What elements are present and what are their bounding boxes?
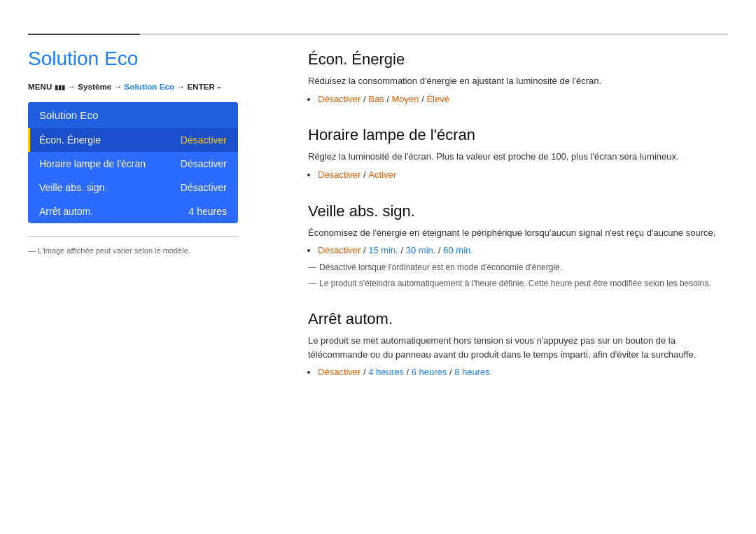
section-econ-energie: Écon. Énergie Réduisez la consommation d…: [308, 50, 728, 106]
menu-item-label: Veille abs. sign.: [39, 182, 107, 193]
section-options-econ: Désactiver / Bas / Moyen / Élevé: [308, 92, 728, 107]
section-horaire: Horaire lampe de l'écran Réglez la lumin…: [308, 126, 728, 182]
page-title: Solution Eco: [28, 48, 280, 70]
menu-item-value: Désactiver: [181, 134, 227, 146]
right-column: Écon. Énergie Réduisez la consommation d…: [308, 48, 728, 400]
menu-item-veille[interactable]: Veille abs. sign. Désactiver: [28, 176, 238, 199]
section-desc-horaire: Réglez la luminosité de l'écran. Plus la…: [308, 150, 728, 164]
note-veille-1: Désactivé lorsque l'ordinateur est en mo…: [308, 261, 728, 274]
menu-item-value: Désactiver: [181, 158, 227, 169]
section-title-horaire: Horaire lampe de l'écran: [308, 126, 728, 144]
menu-box: Solution Eco Écon. Énergie Désactiver Ho…: [28, 102, 238, 223]
section-desc-arret: Le produit se met automatiquement hors t…: [308, 334, 728, 361]
section-veille: Veille abs. sign. Économisez de l'énergi…: [308, 202, 728, 291]
section-options-horaire: Désactiver / Activer: [308, 168, 728, 183]
menu-item-label: Écon. Énergie: [39, 134, 101, 146]
menu-item-label: Arrêt autom.: [39, 206, 93, 217]
menu-item-econ[interactable]: Écon. Énergie Désactiver: [28, 128, 238, 152]
note-veille-2: Le produit s'éteindra automatiquement à …: [308, 277, 728, 290]
section-desc-veille: Économisez de l'énergie en éteignant le …: [308, 226, 728, 240]
image-note: — L'image affichée peut varier selon le …: [28, 246, 280, 255]
section-desc-econ: Réduisez la consommation d'énergie en aj…: [308, 74, 728, 88]
section-options-veille: Désactiver / 15 min. / 30 min. / 60 min.: [308, 244, 728, 258]
section-arret: Arrêt autom. Le produit se met automatiq…: [308, 310, 728, 380]
menu-box-header: Solution Eco: [28, 102, 238, 128]
menu-item-label: Horaire lampe de l'écran: [39, 158, 146, 169]
menu-bottom-divider: [28, 236, 238, 237]
menu-item-value: Désactiver: [181, 182, 227, 193]
menu-item-horaire[interactable]: Horaire lampe de l'écran Désactiver: [28, 152, 238, 176]
menu-item-arret[interactable]: Arrêt autom. 4 heures: [28, 199, 238, 223]
menu-item-value: 4 heures: [189, 206, 227, 217]
section-title-arret: Arrêt autom.: [308, 310, 728, 328]
section-title-veille: Veille abs. sign.: [308, 202, 728, 220]
left-column: Solution Eco MENU ▮▮▮ → Système → Soluti…: [28, 48, 280, 400]
section-title-econ: Écon. Énergie: [308, 50, 728, 69]
section-options-arret: Désactiver / 4 heures / 6 heures / 8 heu…: [308, 365, 728, 380]
top-divider: [28, 34, 728, 35]
breadcrumb: MENU ▮▮▮ → Système → Solution Eco → ENTE…: [28, 83, 280, 91]
